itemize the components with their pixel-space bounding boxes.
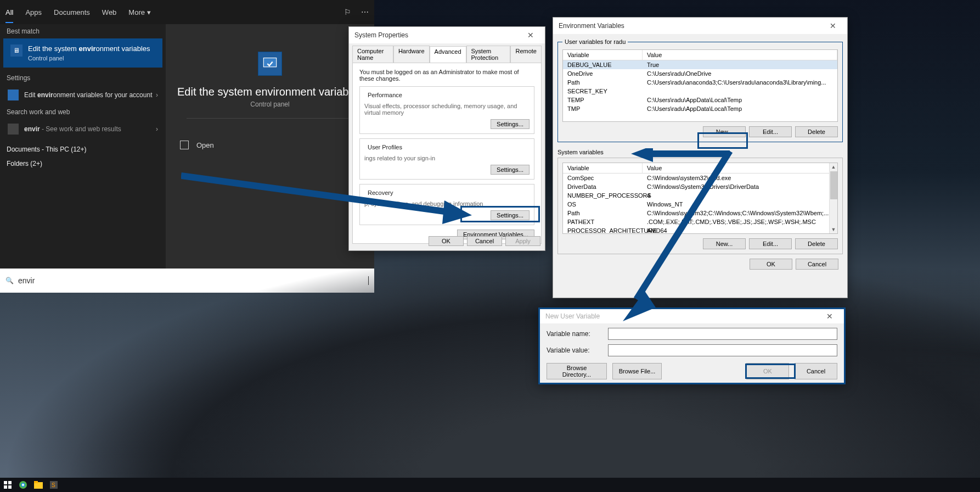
search-icon xyxy=(8,124,19,135)
search-icon: 🔍 xyxy=(5,277,14,284)
more-icon[interactable]: ⋯ xyxy=(361,8,369,16)
performance-settings-button[interactable]: Settings... xyxy=(491,119,530,129)
table-row[interactable]: NUMBER_OF_PROCESSORS4 xyxy=(563,191,837,200)
table-row[interactable]: PathC:\Users\radu\anaconda3;C:\Users\rad… xyxy=(563,78,837,87)
tab-hardware[interactable]: Hardware xyxy=(393,46,430,63)
browse-directory-button[interactable]: Browse Directory... xyxy=(547,363,607,379)
table-row[interactable]: PATHEXT.COM;.EXE;.BAT;.CMD;.VBS;.VBE;.JS… xyxy=(563,217,837,226)
envvar-ok-button[interactable]: OK xyxy=(750,259,792,270)
best-match-label: Best match xyxy=(0,24,166,38)
monitor-icon xyxy=(8,90,19,100)
table-row[interactable]: DEBUG_VALUETrue xyxy=(563,60,837,69)
tab-system-protection[interactable]: System Protection xyxy=(466,46,511,63)
scroll-down-icon[interactable]: ▼ xyxy=(830,226,837,233)
user-variables-table[interactable]: Variable Value DEBUG_VALUETrueOneDriveC:… xyxy=(562,49,838,122)
system-variables-table[interactable]: Variable Value ComSpecC:\Windows\system3… xyxy=(562,163,838,234)
start-tab-all[interactable]: All xyxy=(5,8,13,23)
table-row[interactable]: PathC:\Windows\system32;C:\Windows;C:\Wi… xyxy=(563,209,837,217)
browse-file-button[interactable]: Browse File... xyxy=(612,363,662,379)
start-search-box[interactable]: 🔍 xyxy=(0,269,374,293)
close-icon[interactable]: ✕ xyxy=(822,21,844,30)
start-tab-apps[interactable]: Apps xyxy=(25,8,42,16)
settings-label: Settings xyxy=(0,68,166,85)
svg-rect-7 xyxy=(4,481,7,484)
tab-advanced[interactable]: Advanced xyxy=(430,46,466,63)
table-row[interactable]: OneDriveC:\Users\radu\OneDrive xyxy=(563,69,837,78)
window-title: New User Variable xyxy=(545,312,600,320)
sysprop-cancel-button[interactable]: Cancel xyxy=(467,236,502,246)
start-tab-more[interactable]: More ▾ xyxy=(128,8,150,16)
window-title: Environment Variables xyxy=(559,22,624,30)
file-explorer-icon[interactable] xyxy=(33,479,44,490)
col-header-variable[interactable]: Variable xyxy=(563,163,643,173)
envvar-cancel-button[interactable]: Cancel xyxy=(796,259,838,270)
newvar-cancel-button[interactable]: Cancel xyxy=(795,363,837,379)
folders-label[interactable]: Folders (2+) xyxy=(0,156,166,171)
sysprop-apply-button[interactable]: Apply xyxy=(505,236,540,246)
taskbar: S xyxy=(0,478,980,492)
open-icon xyxy=(180,141,189,149)
startup-recovery-desc: p, system failure, and debugging informa… xyxy=(364,200,530,207)
scrollbar[interactable]: ▲ ▼ xyxy=(829,163,837,233)
sysprop-tabs: Computer Name Hardware Advanced System P… xyxy=(349,43,545,63)
start-tab-documents[interactable]: Documents xyxy=(54,8,90,16)
system-new-button[interactable]: New... xyxy=(703,238,746,249)
table-row[interactable]: TMPC:\Users\radu\AppData\Local\Temp xyxy=(563,104,837,113)
table-row[interactable]: ComSpecC:\Windows\system32\cmd.exe xyxy=(563,174,837,182)
monitor-icon: 🖥 xyxy=(10,44,22,57)
col-header-value[interactable]: Value xyxy=(643,50,837,60)
startup-recovery-title: Recovery xyxy=(365,189,395,196)
start-tab-web[interactable]: Web xyxy=(102,8,117,16)
svg-rect-8 xyxy=(8,481,12,484)
result-edit-system-env[interactable]: 🖥 Edit the system environment variables … xyxy=(3,38,162,68)
search-web-label: Search work and web xyxy=(0,105,166,119)
tab-remote[interactable]: Remote xyxy=(510,46,542,63)
new-user-variable-window: New User Variable ✕ Variable name: Varia… xyxy=(538,308,846,384)
performance-group: Performance Visual effects, processor sc… xyxy=(359,86,534,134)
table-row[interactable]: OSWindows_NT xyxy=(563,200,837,209)
result-edit-user-env[interactable]: Edit environment variables for your acco… xyxy=(0,85,166,105)
sysprop-ok-button[interactable]: OK xyxy=(429,236,464,246)
system-edit-button[interactable]: Edit... xyxy=(749,238,792,249)
preview-sub: Control panel xyxy=(250,100,289,108)
svg-point-13 xyxy=(22,484,24,486)
result-web-envir[interactable]: envir - See work and web results › xyxy=(0,119,166,139)
chrome-icon[interactable] xyxy=(18,479,29,490)
system-properties-window: System Properties ✕ Computer Name Hardwa… xyxy=(348,26,545,251)
table-row[interactable]: TEMPC:\Users\radu\AppData\Local\Temp xyxy=(563,96,837,104)
variable-name-input[interactable] xyxy=(608,328,837,340)
variable-value-input[interactable] xyxy=(608,344,837,356)
table-row[interactable]: SECRET_KEY xyxy=(563,87,837,96)
system-variables-title: System variables xyxy=(557,149,843,155)
user-edit-button[interactable]: Edit... xyxy=(749,126,792,137)
sublime-icon[interactable]: S xyxy=(48,479,59,490)
tab-computer-name[interactable]: Computer Name xyxy=(352,46,393,63)
action-open[interactable]: Open xyxy=(166,135,374,155)
svg-rect-15 xyxy=(34,481,38,483)
feedback-icon[interactable]: ⚐ xyxy=(344,8,351,16)
search-input[interactable] xyxy=(18,276,364,285)
system-delete-button[interactable]: Delete xyxy=(795,238,838,249)
user-delete-button[interactable]: Delete xyxy=(795,126,838,137)
monitor-check-icon xyxy=(258,52,282,76)
sysprop-advanced-body: You must be logged on as an Administrato… xyxy=(352,63,542,244)
col-header-variable[interactable]: Variable xyxy=(563,50,643,60)
table-row[interactable]: DriverDataC:\Windows\System32\Drivers\Dr… xyxy=(563,182,837,191)
documents-label[interactable]: Documents - This PC (12+) xyxy=(0,139,166,156)
user-profiles-settings-button[interactable]: Settings... xyxy=(491,165,530,175)
startup-recovery-settings-button[interactable]: Settings... xyxy=(491,210,530,220)
scroll-up-icon[interactable]: ▲ xyxy=(830,163,837,171)
start-top-tabs: All Apps Documents Web More ▾ ⚐ ⋯ xyxy=(0,0,374,24)
window-title: System Properties xyxy=(354,31,408,39)
variable-name-label: Variable name: xyxy=(547,330,601,338)
start-button[interactable] xyxy=(2,479,13,490)
chevron-right-icon: › xyxy=(156,125,158,133)
startup-recovery-group: Recovery p, system failure, and debuggin… xyxy=(359,184,534,225)
col-header-value[interactable]: Value xyxy=(643,163,837,173)
table-row[interactable]: PROCESSOR_ARCHITECTUREAMD64 xyxy=(563,226,837,234)
user-new-button[interactable]: New... xyxy=(703,126,746,137)
newvar-ok-button[interactable]: OK xyxy=(746,363,789,379)
close-icon[interactable]: ✕ xyxy=(520,31,542,40)
close-icon[interactable]: ✕ xyxy=(819,312,841,321)
start-search-panel: All Apps Documents Web More ▾ ⚐ ⋯ Best m… xyxy=(0,0,374,293)
